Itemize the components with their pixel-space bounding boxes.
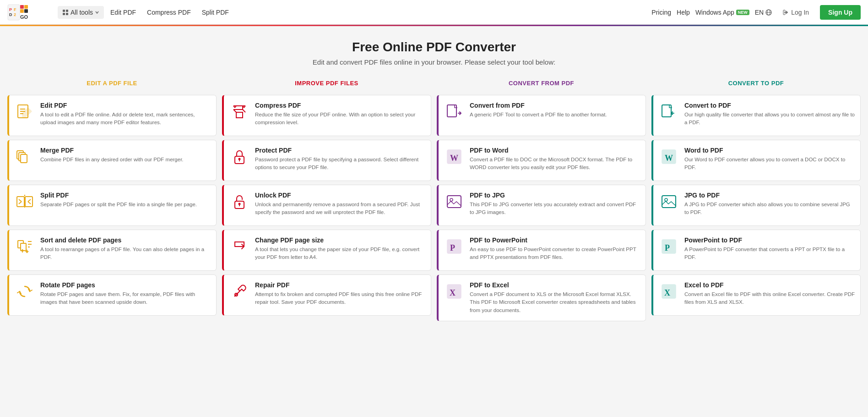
- help-link[interactable]: Help: [677, 9, 690, 16]
- tool-card[interactable]: P PDF to PowerPointAn easy to use PDF to…: [437, 230, 646, 271]
- tool-icon-repair-pdf: [229, 281, 250, 302]
- compress-pdf-button[interactable]: Compress PDF: [142, 6, 195, 19]
- tool-name: Word to PDF: [684, 147, 855, 154]
- tool-name: Excel to PDF: [684, 281, 855, 289]
- login-button[interactable]: Log In: [777, 6, 814, 19]
- tool-card[interactable]: W PDF to WordConvert a PDF file to DOC o…: [437, 140, 646, 181]
- tool-icon-change-pdf-page-size: [229, 236, 250, 257]
- tool-icon-convert-from-pdf: [444, 102, 464, 122]
- svg-text:F: F: [14, 7, 16, 12]
- tool-info: Word to PDFOur Word to PDF converter all…: [684, 147, 855, 172]
- tool-desc: A PowerPoint to PDF converter that conve…: [684, 246, 855, 262]
- page-subtitle: Edit and convert PDF files online in you…: [9, 58, 859, 66]
- tool-desc: Attempt to fix broken and corrupted PDF …: [255, 291, 425, 307]
- edit-pdf-label: Edit PDF: [110, 9, 136, 16]
- tool-icon-powerpoint-to-pdf: P: [659, 236, 679, 257]
- tool-card[interactable]: PDF to JPGThis PDF to JPG converter lets…: [437, 185, 646, 226]
- column-convert-to: CONVERT TO PDF Convert to PDFOur high qu…: [649, 75, 863, 323]
- tool-card[interactable]: W Word to PDFOur Word to PDF converter a…: [651, 140, 861, 181]
- tool-name: Merge PDF: [40, 147, 211, 154]
- tool-card[interactable]: Unlock PDFUnlock and permanently remove …: [222, 185, 431, 226]
- login-icon: [783, 9, 789, 16]
- column-header-improve: IMPROVE PDF FILES: [219, 75, 434, 93]
- compress-pdf-label: Compress PDF: [147, 9, 191, 16]
- svg-text:W: W: [450, 154, 458, 163]
- tool-card[interactable]: Convert to PDFOur high quality file conv…: [651, 95, 861, 136]
- tool-card[interactable]: JPG to PDFA JPG to PDF converter which a…: [651, 185, 861, 226]
- split-pdf-button[interactable]: Split PDF: [197, 6, 233, 19]
- column-improve: IMPROVE PDF FILES Compress PDFReduce the…: [219, 75, 434, 323]
- tool-icon-edit-pdf: [15, 102, 35, 122]
- windows-app-link[interactable]: Windows App NEW: [695, 9, 749, 16]
- svg-rect-25: [21, 154, 27, 163]
- tool-name: PDF to Excel: [470, 281, 640, 289]
- tool-desc: Combine PDF files in any desired order w…: [40, 156, 211, 164]
- svg-rect-41: [447, 105, 456, 117]
- tool-icon-unlock-pdf: [229, 192, 250, 212]
- column-header-edit: EDIT A PDF FILE: [5, 75, 219, 93]
- main-nav: All tools Edit PDF Compress PDF Split PD…: [58, 6, 651, 19]
- svg-rect-9: [24, 9, 28, 13]
- tool-desc: Password protect a PDF file by specifyin…: [255, 156, 425, 172]
- globe-icon: [765, 9, 772, 16]
- tool-card[interactable]: Edit PDFA tool to edit a PDF file online…: [7, 95, 217, 136]
- windows-app-label: Windows App: [695, 9, 734, 16]
- svg-text:GO: GO: [20, 14, 28, 20]
- svg-text:X: X: [664, 288, 670, 297]
- tool-info: Compress PDFReduce the file size of your…: [255, 102, 425, 127]
- tool-card[interactable]: P PowerPoint to PDFA PowerPoint to PDF c…: [651, 230, 861, 271]
- tool-icon-protect-pdf: [229, 147, 250, 167]
- svg-rect-11: [63, 10, 65, 12]
- tool-card[interactable]: Repair PDFAttempt to fix broken and corr…: [222, 274, 431, 316]
- pricing-link[interactable]: Pricing: [651, 9, 671, 16]
- tool-name: Rotate PDF pages: [40, 281, 211, 289]
- tool-name: PDF to PowerPoint: [470, 236, 640, 244]
- language-selector[interactable]: EN: [755, 9, 772, 16]
- tool-card[interactable]: Compress PDFReduce the file size of your…: [222, 95, 431, 136]
- svg-rect-8: [20, 9, 24, 13]
- tool-info: Repair PDFAttempt to fix broken and corr…: [255, 281, 425, 307]
- signup-button[interactable]: Sign Up: [820, 5, 861, 20]
- tool-card[interactable]: X PDF to ExcelConvert a PDF document to …: [437, 274, 646, 321]
- tool-name: Compress PDF: [255, 102, 425, 109]
- tool-card[interactable]: Rotate PDF pagesRotate PDF pages and sav…: [7, 274, 217, 316]
- tool-desc: An easy to use PDF to PowerPoint convert…: [470, 246, 640, 262]
- edit-pdf-button[interactable]: Edit PDF: [106, 6, 141, 19]
- tool-desc: Separate PDF pages or split the PDF file…: [40, 201, 211, 208]
- tool-icon-pdf-to-jpg: [444, 192, 464, 212]
- svg-text:P: P: [450, 243, 455, 252]
- svg-rect-53: [662, 196, 676, 208]
- tool-card[interactable]: X Excel to PDFConvert an Excel file to P…: [651, 274, 861, 316]
- tool-icon-pdf-to-excel: X: [444, 281, 464, 302]
- tool-info: Merge PDFCombine PDF files in any desire…: [40, 147, 211, 164]
- tool-icon-jpg-to-pdf: [659, 192, 679, 212]
- tool-name: Repair PDF: [255, 281, 425, 289]
- tool-card[interactable]: Split PDFSeparate PDF pages or split the…: [7, 185, 217, 226]
- tool-info: Rotate PDF pagesRotate PDF pages and sav…: [40, 281, 211, 307]
- tool-desc: Our high quality file converter that all…: [684, 111, 855, 127]
- tool-icon-word-to-pdf: W: [659, 147, 679, 167]
- svg-point-35: [239, 158, 241, 160]
- tool-card[interactable]: Sort and delete PDF pagesA tool to rearr…: [7, 230, 217, 271]
- tool-desc: A JPG to PDF converter which also allows…: [684, 201, 855, 217]
- svg-point-45: [450, 198, 453, 201]
- tool-name: Convert from PDF: [470, 102, 640, 109]
- tool-info: Unlock PDFUnlock and permanently remove …: [255, 192, 425, 217]
- column-header-convert-from: CONVERT FROM PDF: [434, 75, 649, 93]
- tool-info: Change PDF page sizeA tool that lets you…: [255, 236, 425, 262]
- tool-card[interactable]: Convert from PDFA generic PDF Tool to co…: [437, 95, 646, 136]
- svg-rect-50: [662, 105, 671, 117]
- tool-desc: A tool to edit a PDF file online. Add or…: [40, 111, 211, 127]
- tool-desc: Reduce the file size of your PDF online.…: [255, 111, 425, 127]
- tool-card[interactable]: Merge PDFCombine PDF files in any desire…: [7, 140, 217, 181]
- tool-info: JPG to PDFA JPG to PDF converter which a…: [684, 192, 855, 217]
- tool-desc: A generic PDF Tool to convert a PDF file…: [470, 111, 640, 119]
- tool-card[interactable]: Protect PDFPassword protect a PDF file b…: [222, 140, 431, 181]
- tool-name: PDF to Word: [470, 147, 640, 154]
- all-tools-button[interactable]: All tools: [58, 6, 104, 19]
- tool-name: Edit PDF: [40, 102, 211, 109]
- header: P D F 2 GO All tools Edit PDF: [0, 0, 868, 25]
- login-label: Log In: [791, 9, 809, 16]
- tool-card[interactable]: Change PDF page sizeA tool that lets you…: [222, 230, 431, 271]
- logo[interactable]: P D F 2 GO: [7, 4, 49, 21]
